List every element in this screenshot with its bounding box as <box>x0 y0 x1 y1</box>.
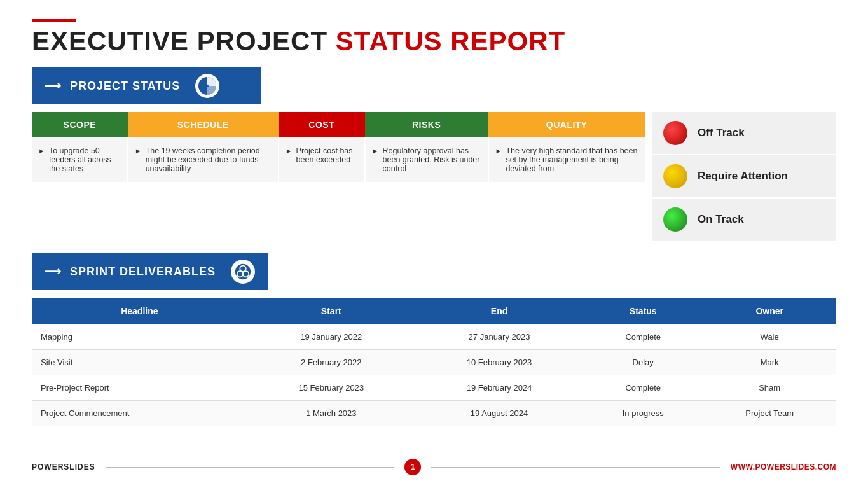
title-black: EXECUTIVE PROJECT <box>32 26 336 56</box>
row2-owner: Mark <box>703 350 836 375</box>
yellow-dot-icon <box>663 164 687 188</box>
off-track-label: Off Track <box>698 127 745 139</box>
bullet-arrow-risks-icon: ► <box>372 147 379 155</box>
row1-headline: Mapping <box>32 324 247 350</box>
legend-box: Off Track Require Attention On Track <box>652 112 836 241</box>
deliverables-table: Headline Start End Status Owner Mapping … <box>32 298 836 426</box>
schedule-bullet: ► The 19 weeks completion period might b… <box>135 146 272 173</box>
col-status: Status <box>583 298 703 324</box>
cost-text: Project cost has been exceeded <box>296 146 358 164</box>
red-accent-line <box>32 19 76 22</box>
sprint-deliverables-header: ⟶ SPRINT DELIVERABLES <box>32 253 268 290</box>
footer-line-right <box>431 467 720 468</box>
col-cost: COST <box>279 112 365 137</box>
footer-url: WWW.POWERSLIDES.COM <box>731 463 836 471</box>
col-scope: SCOPE <box>32 112 128 137</box>
sprint-deliverables-section: ⟶ SPRINT DELIVERABLES Headline Start End <box>32 253 836 447</box>
sprint-deliverables-title: SPRINT DELIVERABLES <box>70 265 216 279</box>
project-status-section: ⟶ PROJECT STATUS SCOPE SCHEDULE <box>32 67 836 241</box>
page: EXECUTIVE PROJECT STATUS REPORT ⟶ PROJEC… <box>0 0 868 488</box>
table-row: Site Visit 2 February 2022 10 February 2… <box>32 350 836 375</box>
col-headline: Headline <box>32 298 247 324</box>
status-header-row: SCOPE SCHEDULE COST RISKS QUALITY <box>32 112 645 137</box>
col-risks: RISKS <box>365 112 488 137</box>
row2-headline: Site Visit <box>32 350 247 375</box>
row2-status: Delay <box>583 350 703 375</box>
footer-page-number: 1 <box>404 459 421 475</box>
scope-bullet: ► To upgrade 50 feeders all across the s… <box>38 146 121 173</box>
table-row: Pre-Project Report 15 February 2023 19 F… <box>32 375 836 401</box>
col-quality: QUALITY <box>488 112 646 137</box>
table-row: Mapping 19 January 2022 27 January 2023 … <box>32 324 836 350</box>
row2-end: 10 February 2023 <box>415 350 583 375</box>
quality-cell: ► The very high standard that has been s… <box>488 137 646 182</box>
row4-headline: Project Commencement <box>32 401 247 426</box>
row1-status: Complete <box>583 324 703 350</box>
deliverables-header-row: Headline Start End Status Owner <box>32 298 836 324</box>
row1-start: 19 January 2022 <box>247 324 415 350</box>
row3-headline: Pre-Project Report <box>32 375 247 401</box>
col-end: End <box>415 298 583 324</box>
row4-end: 19 August 2024 <box>415 401 583 426</box>
schedule-cell: ► The 19 weeks completion period might b… <box>128 137 279 182</box>
footer-line-left <box>106 467 395 468</box>
status-data-row: ► To upgrade 50 feeders all across the s… <box>32 137 645 182</box>
risks-bullet: ► Regulatory approval has been granted. … <box>372 146 481 173</box>
triforce-svg <box>234 263 252 281</box>
footer-brand: POWERSLIDES <box>32 463 95 471</box>
project-status-title: PROJECT STATUS <box>70 80 180 93</box>
scope-text: To upgrade 50 feeders all across the sta… <box>49 146 121 173</box>
schedule-text: The 19 weeks completion period might be … <box>146 146 272 173</box>
arrow-icon: ⟶ <box>45 79 61 93</box>
pie-svg <box>197 76 217 96</box>
title-red: STATUS REPORT <box>336 26 565 56</box>
row3-start: 15 February 2023 <box>247 375 415 401</box>
row2-start: 2 February 2022 <box>247 350 415 375</box>
project-status-header: ⟶ PROJECT STATUS <box>32 67 261 104</box>
bullet-arrow-cost-icon: ► <box>286 147 293 155</box>
legend-off-track: Off Track <box>652 112 836 155</box>
green-dot-icon <box>663 207 687 232</box>
pie-chart-icon <box>195 74 219 98</box>
cost-cell: ► Project cost has been exceeded <box>279 137 365 182</box>
bullet-arrow-schedule-icon: ► <box>135 147 142 155</box>
row3-status: Complete <box>583 375 703 401</box>
footer: POWERSLIDES 1 WWW.POWERSLIDES.COM <box>32 455 836 475</box>
risks-cell: ► Regulatory approval has been granted. … <box>365 137 488 182</box>
require-attention-label: Require Attention <box>698 170 788 183</box>
risks-text: Regulatory approval has been granted. Ri… <box>383 146 481 173</box>
title-bar: EXECUTIVE PROJECT STATUS REPORT <box>32 19 836 56</box>
bullet-arrow-quality-icon: ► <box>495 147 502 155</box>
row1-end: 27 January 2023 <box>415 324 583 350</box>
col-owner: Owner <box>703 298 836 324</box>
bullet-arrow-icon: ► <box>38 147 45 155</box>
triforce-icon <box>231 260 255 284</box>
row4-start: 1 March 2023 <box>247 401 415 426</box>
scope-cell: ► To upgrade 50 feeders all across the s… <box>32 137 128 182</box>
row4-owner: Project Team <box>703 401 836 426</box>
cost-bullet: ► Project cost has been exceeded <box>286 146 358 164</box>
legend-require-attention: Require Attention <box>652 155 836 199</box>
legend-on-track: On Track <box>652 199 836 241</box>
red-dot-icon <box>663 121 687 145</box>
row4-status: In progress <box>583 401 703 426</box>
sprint-arrow-icon: ⟶ <box>45 265 61 279</box>
quality-text: The very high standard that has been set… <box>506 146 639 173</box>
table-row: Project Commencement 1 March 2023 19 Aug… <box>32 401 836 426</box>
col-start: Start <box>247 298 415 324</box>
quality-bullet: ► The very high standard that has been s… <box>495 146 640 173</box>
status-table: SCOPE SCHEDULE COST RISKS QUALITY ► <box>32 112 645 182</box>
page-title: EXECUTIVE PROJECT STATUS REPORT <box>32 27 836 56</box>
on-track-label: On Track <box>698 213 744 226</box>
project-status-area: SCOPE SCHEDULE COST RISKS QUALITY ► <box>32 112 836 241</box>
row3-end: 19 February 2024 <box>415 375 583 401</box>
row1-owner: Wale <box>703 324 836 350</box>
row3-owner: Sham <box>703 375 836 401</box>
status-table-wrap: SCOPE SCHEDULE COST RISKS QUALITY ► <box>32 112 645 241</box>
svg-point-1 <box>206 85 209 87</box>
col-schedule: SCHEDULE <box>128 112 279 137</box>
